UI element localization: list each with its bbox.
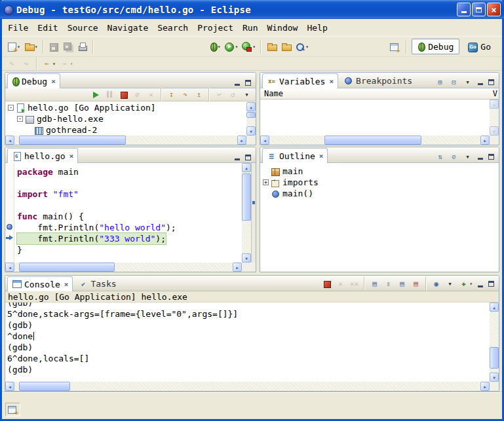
menu-window[interactable]: Window xyxy=(262,20,302,35)
pin-console-button[interactable]: ◉ xyxy=(429,278,443,290)
open-console-dropdown[interactable]: ▾ xyxy=(469,281,473,287)
outline-view-minimize-button[interactable] xyxy=(475,151,486,162)
menu-edit[interactable]: Edit xyxy=(33,20,62,35)
editor-marker-ruler[interactable] xyxy=(5,163,14,263)
collapse-icon[interactable]: - xyxy=(8,105,14,111)
menu-run[interactable]: Run xyxy=(238,20,262,35)
scroll-down-button[interactable]: ▼ xyxy=(490,373,499,382)
debug-tree-item[interactable]: gothread-2 xyxy=(5,124,246,136)
outline-tree[interactable]: main+importsmain() xyxy=(260,163,499,272)
open-resource-button[interactable] xyxy=(264,39,279,54)
search-button[interactable]: ▾ xyxy=(293,39,311,54)
menu-project[interactable]: Project xyxy=(193,20,238,35)
terminate-button[interactable] xyxy=(117,89,130,101)
new-go-element-dropdown[interactable]: ▾ xyxy=(35,44,38,50)
console-view-maximize-button[interactable] xyxy=(486,279,497,289)
breakpoint-marker-icon[interactable] xyxy=(7,224,12,230)
scroll-lock-button[interactable]: ⇕ xyxy=(381,278,395,290)
console-output[interactable]: (gdb)5^done,stack-args=[frame={level="0"… xyxy=(5,302,490,382)
collapse-icon[interactable]: - xyxy=(17,116,23,122)
tab-tasks[interactable]: Tasks xyxy=(73,276,121,291)
back-button[interactable]: ←▾ xyxy=(40,58,58,69)
editor-maximize-button[interactable] xyxy=(242,152,254,162)
scroll-right-button[interactable]: ▶ xyxy=(237,136,246,145)
debug-h-horizontal-scrollbar[interactable]: ◀▶ xyxy=(5,136,246,145)
scroll-right-button[interactable]: ▶ xyxy=(480,136,490,145)
step-return-button[interactable]: ↥ xyxy=(192,89,206,101)
editor-h-horizontal-scrollbar[interactable]: ◀▶ xyxy=(5,263,242,272)
open-element-button[interactable] xyxy=(279,39,293,54)
scroll-left-button[interactable]: ◀ xyxy=(5,136,14,145)
scrollbar-track[interactable] xyxy=(490,312,499,373)
scrollbar-thumb[interactable] xyxy=(19,263,115,272)
tab-close-icon[interactable]: × xyxy=(329,77,334,86)
outline-view-maximize-button[interactable] xyxy=(486,151,497,162)
tab-console[interactable]: Console× xyxy=(7,276,73,291)
menu-help[interactable]: Help xyxy=(302,20,332,35)
scroll-left-button[interactable]: ◀ xyxy=(260,136,269,145)
editor-minimize-button[interactable] xyxy=(231,152,242,162)
name-column-header[interactable]: Name xyxy=(264,89,283,98)
scroll-down-button[interactable]: ▼ xyxy=(242,253,251,263)
scrollbar-track[interactable] xyxy=(14,263,233,272)
overview-annotation[interactable] xyxy=(252,201,255,204)
debug-button[interactable]: ▾ xyxy=(208,39,223,54)
tab-hellogo[interactable]: hello.go× xyxy=(7,148,78,163)
debug-view-minimize-button[interactable] xyxy=(231,77,242,88)
tab-close-icon[interactable]: × xyxy=(69,152,74,160)
close-window-button[interactable]: × xyxy=(487,3,501,16)
open-perspective-button[interactable] xyxy=(387,39,401,54)
clear-console-button[interactable]: ▤ xyxy=(368,278,381,290)
debug-tree-item[interactable]: -hello.go [Go Application] xyxy=(5,102,246,113)
search-dropdown[interactable]: ▾ xyxy=(305,44,309,50)
menu-navigate[interactable]: Navigate xyxy=(103,20,153,35)
perspective-debug-button[interactable]: Debug xyxy=(412,39,459,54)
scrollbar-thumb[interactable] xyxy=(19,136,126,145)
sort-button[interactable]: ⇅ xyxy=(433,151,447,162)
tab-close-icon[interactable]: × xyxy=(51,77,56,86)
variables-tree[interactable] xyxy=(260,100,490,136)
debug-dropdown[interactable]: ▾ xyxy=(218,44,221,50)
scrollbar-thumb[interactable] xyxy=(19,382,70,391)
scroll-up-button[interactable]: ▲ xyxy=(490,302,499,312)
editor-text-area[interactable]: package main import "fmt" func main() { … xyxy=(5,163,242,263)
scroll-right-button[interactable]: ▶ xyxy=(233,263,242,272)
vars-h-horizontal-scrollbar[interactable]: ◀▶ xyxy=(260,136,490,145)
new-go-element-button[interactable]: ▾ xyxy=(22,39,40,54)
console-terminate-button[interactable] xyxy=(320,278,334,290)
outline-item[interactable]: main() xyxy=(260,188,499,199)
debug-view-maximize-button[interactable] xyxy=(242,77,254,88)
tab-breakpoints[interactable]: Breakpoints xyxy=(339,73,417,88)
minimize-window-button[interactable] xyxy=(457,3,471,16)
menu-file[interactable]: File xyxy=(3,20,33,35)
scroll-right-button[interactable]: ▶ xyxy=(480,382,490,391)
collapse-all-button[interactable]: ⊟ xyxy=(447,76,461,88)
scroll-up-button[interactable]: ▲ xyxy=(246,102,256,111)
scrollbar-track[interactable] xyxy=(269,136,480,145)
console-view-minimize-button[interactable] xyxy=(475,279,486,289)
scroll-left-button[interactable]: ◀ xyxy=(5,382,14,391)
instruction-pointer-icon[interactable] xyxy=(6,235,13,241)
display-console-button[interactable]: ▾ xyxy=(443,278,457,290)
debug-tree-item[interactable]: -gdb-hello.exe xyxy=(5,113,246,124)
outline-item[interactable]: +imports xyxy=(260,177,499,188)
menu-search[interactable]: Search xyxy=(153,20,193,35)
outline-item[interactable]: main xyxy=(260,166,499,177)
new-wizard-button[interactable]: ▾ xyxy=(5,39,22,54)
variables-view-menu-button[interactable]: ▾ xyxy=(461,76,475,88)
console-h-horizontal-scrollbar[interactable]: ◀▶ xyxy=(5,382,490,391)
external-tools-button[interactable]: ▾ xyxy=(240,39,258,54)
overview-ruler[interactable] xyxy=(251,163,256,263)
outline-view-menu-button[interactable]: ▾ xyxy=(461,151,475,162)
console-v-vertical-scrollbar[interactable]: ▲▼ xyxy=(490,302,499,382)
tab-close-icon[interactable]: × xyxy=(64,280,69,289)
scroll-up-button[interactable]: ▲ xyxy=(242,163,251,172)
restore-window-button[interactable] xyxy=(472,3,486,16)
debug-launch-tree[interactable]: -hello.go [Go Application]-gdb-hello.exe… xyxy=(5,102,246,136)
show-type-names-button[interactable]: ⊞ xyxy=(433,76,447,88)
code-area[interactable]: package main import "fmt" func main() { … xyxy=(14,163,242,263)
debug-v-vertical-scrollbar[interactable]: ▲▼ xyxy=(246,102,256,136)
fast-view-bar-button[interactable] xyxy=(5,403,20,416)
variables-view-minimize-button[interactable] xyxy=(475,77,486,87)
debug-view-menu-button[interactable]: ▾ xyxy=(240,89,254,101)
